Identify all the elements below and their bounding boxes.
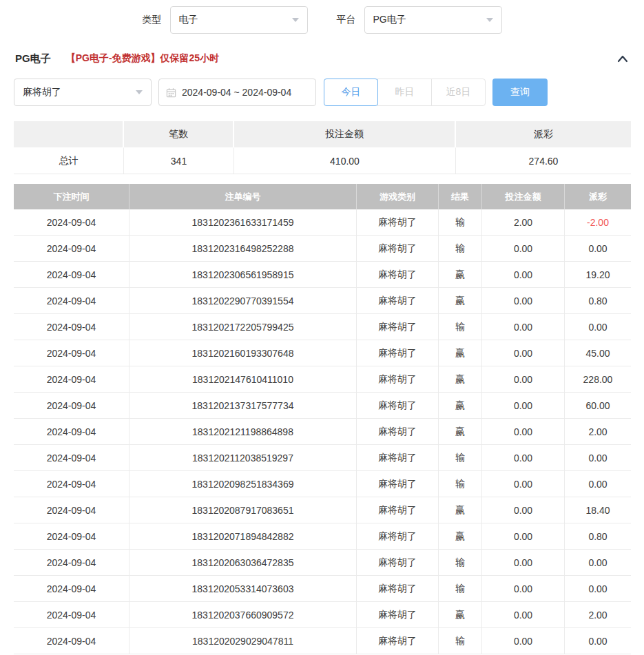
bet-id-cell: 1831202160193307648 xyxy=(129,340,357,366)
bet-id-cell: 1831202029029047811 xyxy=(129,628,357,654)
today-button[interactable]: 今日 xyxy=(324,79,378,106)
summary-total-payout: 274.60 xyxy=(456,147,631,174)
bet-amount-cell: 0.00 xyxy=(482,393,565,419)
game-type-cell: 麻将胡了 xyxy=(357,393,439,419)
bet-time-cell: 2024-09-04 xyxy=(14,628,129,654)
game-select[interactable]: 麻将胡了 xyxy=(14,79,152,106)
bet-time-cell: 2024-09-04 xyxy=(14,602,129,628)
table-row: 2024-09-04 1831202316498252288 麻将胡了 输 0.… xyxy=(14,236,630,262)
game-type-cell: 麻将胡了 xyxy=(357,288,439,314)
table-row: 2024-09-04 1831202290770391554 麻将胡了 赢 0.… xyxy=(14,288,630,314)
bet-time-cell: 2024-09-04 xyxy=(14,209,129,236)
table-row: 2024-09-04 1831202071894842882 麻将胡了 赢 0.… xyxy=(14,523,630,550)
last8days-button[interactable]: 近8日 xyxy=(431,79,486,106)
top-filter-bar: 类型 电子 平台 PG电子 xyxy=(0,0,644,34)
bet-time-cell: 2024-09-04 xyxy=(14,471,129,497)
result-cell: 赢 xyxy=(439,393,482,419)
table-row: 2024-09-04 1831202160193307648 麻将胡了 赢 0.… xyxy=(14,340,630,366)
result-cell: 赢 xyxy=(439,523,482,550)
summary-header-row: 笔数 投注金额 派彩 xyxy=(14,121,630,147)
payout-cell: 0.00 xyxy=(565,628,631,654)
game-type-cell: 麻将胡了 xyxy=(357,523,439,550)
result-cell: 输 xyxy=(439,236,482,262)
payout-cell: 0.80 xyxy=(565,288,631,314)
chevron-down-icon xyxy=(136,90,143,94)
table-row: 2024-09-04 1831202098251834369 麻将胡了 输 0.… xyxy=(14,471,630,497)
bet-time-cell: 2024-09-04 xyxy=(14,497,129,523)
result-cell: 赢 xyxy=(439,419,482,445)
collapse-button[interactable] xyxy=(616,54,629,63)
result-cell: 赢 xyxy=(439,262,482,288)
chevron-up-icon xyxy=(616,54,629,63)
table-row: 2024-09-04 1831202063036472835 麻将胡了 输 0.… xyxy=(14,550,630,576)
payout-cell: 60.00 xyxy=(565,393,631,419)
bet-id-cell: 1831202063036472835 xyxy=(129,550,357,576)
bet-amount-cell: 2.00 xyxy=(482,209,565,236)
game-type-cell: 麻将胡了 xyxy=(357,340,439,366)
payout-cell: 18.40 xyxy=(565,497,631,523)
bet-id-cell: 1831202037660909572 xyxy=(129,602,357,628)
bet-time-cell: 2024-09-04 xyxy=(14,419,129,445)
query-button[interactable]: 查询 xyxy=(492,79,548,106)
result-cell: 赢 xyxy=(439,340,482,366)
filter-row: 麻将胡了 2024-09-04 ~ 2024-09-04 今日 昨日 近8日 查… xyxy=(0,79,644,106)
table-row: 2024-09-04 1831202087917083651 麻将胡了 赢 0.… xyxy=(14,497,630,523)
date-range-value: 2024-09-04 ~ 2024-09-04 xyxy=(182,87,291,98)
game-type-cell: 麻将胡了 xyxy=(357,262,439,288)
bet-time-cell: 2024-09-04 xyxy=(14,523,129,550)
game-type-cell: 麻将胡了 xyxy=(357,550,439,576)
section-notice: 【PG电子-免费游戏】仅保留25小时 xyxy=(66,52,219,65)
bet-time-cell: 2024-09-04 xyxy=(14,262,129,288)
table-row: 2024-09-04 1831202053314073603 麻将胡了 输 0.… xyxy=(14,576,630,602)
bet-amount-cell: 0.00 xyxy=(482,602,565,628)
result-cell: 赢 xyxy=(439,602,482,628)
bet-time-cell: 2024-09-04 xyxy=(14,288,129,314)
game-type-cell: 麻将胡了 xyxy=(357,419,439,445)
platform-select[interactable]: PG电子 xyxy=(364,6,502,34)
game-type-cell: 麻将胡了 xyxy=(357,497,439,523)
quick-range-group: 今日 昨日 近8日 xyxy=(324,79,486,106)
bet-amount-cell: 0.00 xyxy=(482,445,565,471)
bet-id-cell: 1831202087917083651 xyxy=(129,497,357,523)
payout-cell: 2.00 xyxy=(565,419,631,445)
bet-id-cell: 1831202172205799425 xyxy=(129,314,357,340)
table-row: 2024-09-04 1831202029029047811 麻将胡了 输 0.… xyxy=(14,628,630,654)
type-select[interactable]: 电子 xyxy=(170,6,308,34)
bet-header-game: 游戏类别 xyxy=(357,184,439,209)
payout-cell: 2.00 xyxy=(565,602,631,628)
bet-id-cell: 1831202053314073603 xyxy=(129,576,357,602)
bet-id-cell: 1831202137317577734 xyxy=(129,393,357,419)
summary-header-payout: 派彩 xyxy=(456,121,631,147)
bet-time-cell: 2024-09-04 xyxy=(14,445,129,471)
table-row: 2024-09-04 1831202147610411010 麻将胡了 赢 0.… xyxy=(14,366,630,393)
summary-total-bet-amount: 410.00 xyxy=(234,147,456,174)
bet-header-id: 注单编号 xyxy=(129,184,357,209)
table-row: 2024-09-04 1831202137317577734 麻将胡了 赢 0.… xyxy=(14,393,630,419)
bet-time-cell: 2024-09-04 xyxy=(14,393,129,419)
payout-cell: -2.00 xyxy=(565,209,631,236)
bet-amount-cell: 0.00 xyxy=(482,628,565,654)
payout-cell: 0.80 xyxy=(565,523,631,550)
bet-time-cell: 2024-09-04 xyxy=(14,366,129,393)
summary-header-bet-amount: 投注金额 xyxy=(234,121,456,147)
yesterday-button[interactable]: 昨日 xyxy=(377,79,432,106)
game-type-cell: 麻将胡了 xyxy=(357,366,439,393)
platform-label: 平台 xyxy=(337,14,356,26)
bet-id-cell: 1831202290770391554 xyxy=(129,288,357,314)
summary-total-label: 总计 xyxy=(14,147,124,174)
result-cell: 输 xyxy=(439,628,482,654)
table-row: 2024-09-04 1831202172205799425 麻将胡了 输 0.… xyxy=(14,314,630,340)
bet-amount-cell: 0.00 xyxy=(482,236,565,262)
summary-total-count: 341 xyxy=(124,147,234,174)
bet-amount-cell: 0.00 xyxy=(482,550,565,576)
date-range-input[interactable]: 2024-09-04 ~ 2024-09-04 xyxy=(158,79,316,106)
payout-cell: 0.00 xyxy=(565,236,631,262)
summary-total-row: 总计 341 410.00 274.60 xyxy=(14,147,630,174)
bet-header-time: 下注时间 xyxy=(14,184,129,209)
bet-time-cell: 2024-09-04 xyxy=(14,576,129,602)
game-type-cell: 麻将胡了 xyxy=(357,314,439,340)
payout-cell: 0.00 xyxy=(565,445,631,471)
table-row: 2024-09-04 1831202112038519297 麻将胡了 输 0.… xyxy=(14,445,630,471)
bet-time-cell: 2024-09-04 xyxy=(14,550,129,576)
type-select-value: 电子 xyxy=(179,14,198,26)
